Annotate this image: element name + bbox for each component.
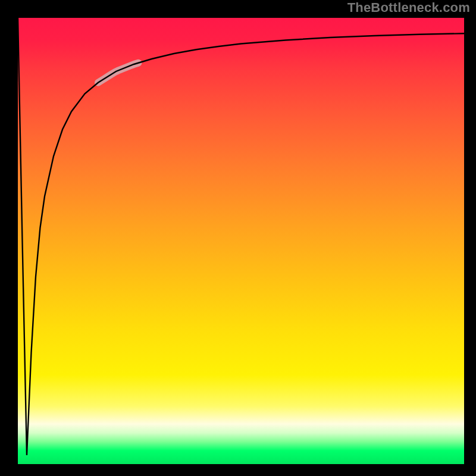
- bottleneck-curve: [18, 18, 464, 455]
- chart-frame: TheBottleneck.com: [0, 0, 476, 476]
- watermark-text: TheBottleneck.com: [347, 0, 470, 15]
- curve-layer: [18, 18, 464, 464]
- plot-area: [18, 18, 464, 464]
